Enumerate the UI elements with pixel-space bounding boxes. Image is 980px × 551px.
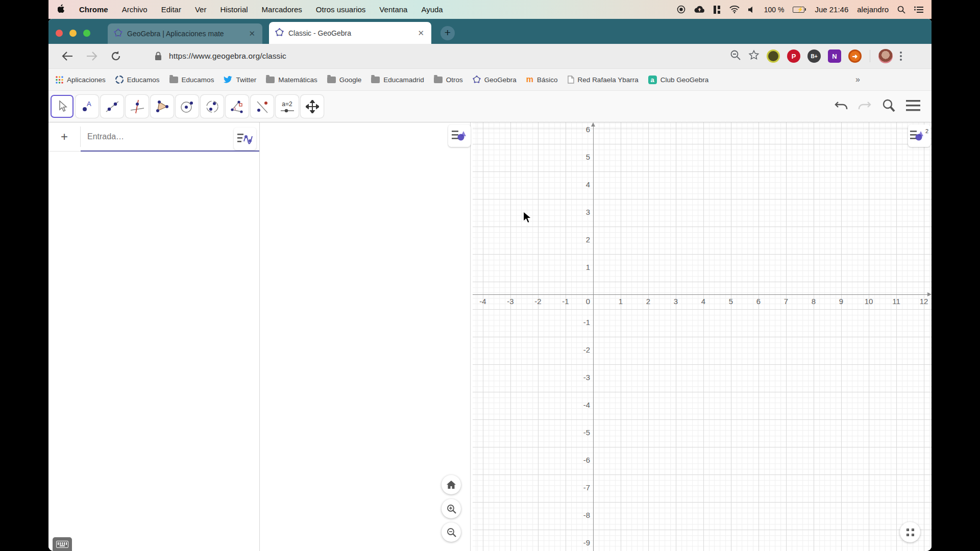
bookmark-twitter[interactable]: Twitter bbox=[224, 76, 256, 84]
graphics2-canvas[interactable]: -4-3-2-10123456789101112654321-1-2-3-4-5… bbox=[473, 122, 932, 551]
wifi-icon[interactable] bbox=[729, 6, 740, 13]
tool-circle-center-point[interactable] bbox=[176, 95, 199, 118]
menu-ventana[interactable]: Ventana bbox=[379, 5, 407, 14]
geogebra-favicon bbox=[275, 28, 284, 38]
menu-chrome[interactable]: Chrome bbox=[79, 5, 108, 14]
bookmark-red-rafaela-ybarra[interactable]: Red Rafaela Ybarra bbox=[568, 76, 639, 84]
search-icon[interactable] bbox=[881, 98, 896, 115]
profile-avatar[interactable] bbox=[878, 49, 893, 63]
menu-otros-usuarios[interactable]: Otros usuarios bbox=[316, 5, 366, 14]
zoom-in-button[interactable] bbox=[442, 499, 461, 518]
bookmark-aplicaciones[interactable]: Aplicaciones bbox=[56, 76, 106, 84]
minimize-window-button[interactable] bbox=[69, 30, 77, 37]
extension-pinterest-icon[interactable]: P bbox=[787, 49, 800, 63]
battery-percent: 100 % bbox=[764, 6, 785, 14]
zoom-indicator-icon[interactable] bbox=[730, 49, 741, 63]
apple-icon[interactable] bbox=[58, 4, 65, 15]
menu-archivo[interactable]: Archivo bbox=[122, 5, 148, 14]
menu-ayuda[interactable]: Ayuda bbox=[421, 5, 443, 14]
extension-onenote-icon[interactable]: N bbox=[828, 49, 841, 63]
forward-icon[interactable] bbox=[86, 52, 97, 61]
bookmark-club-geogebra[interactable]: a Club GeoGebra bbox=[648, 76, 709, 84]
tool-perpendicular-line[interactable] bbox=[126, 95, 149, 118]
extension-bitmoji-icon[interactable]: B+ bbox=[807, 49, 821, 63]
algebra-input[interactable] bbox=[81, 132, 235, 141]
tab-close-icon[interactable]: ✕ bbox=[416, 29, 425, 38]
fullscreen-button[interactable] bbox=[900, 522, 920, 542]
x-tick-label: 2 bbox=[646, 297, 650, 306]
tool-move-graphics-view[interactable] bbox=[301, 95, 324, 118]
tool-conic-points[interactable] bbox=[201, 95, 224, 118]
add-expression-button[interactable]: + bbox=[48, 130, 80, 144]
zoom-out-button[interactable] bbox=[442, 522, 461, 542]
url-omnibox[interactable] bbox=[169, 52, 455, 61]
y-axis bbox=[593, 125, 594, 551]
chrome-menu-icon[interactable] bbox=[900, 52, 902, 61]
bookmark-folder-educamos[interactable]: Educamos bbox=[169, 76, 214, 84]
menu-editar[interactable]: Editar bbox=[161, 5, 181, 14]
bookmark-educamos[interactable]: Educamos bbox=[115, 76, 160, 84]
x-tick-label: 0 bbox=[586, 297, 590, 306]
padlock-icon[interactable] bbox=[155, 52, 162, 61]
menu-historial[interactable]: Historial bbox=[220, 5, 248, 14]
geogebra-favicon bbox=[114, 29, 122, 39]
menu-ver[interactable]: Ver bbox=[195, 5, 207, 14]
virtual-keyboard-toggle[interactable] bbox=[53, 537, 72, 551]
tool-line[interactable] bbox=[101, 95, 124, 118]
bookmark-geogebra[interactable]: GeoGebra bbox=[473, 76, 517, 84]
reload-icon[interactable] bbox=[111, 51, 121, 61]
tool-polygon[interactable] bbox=[151, 95, 174, 118]
educamos-icon bbox=[115, 76, 124, 84]
bookmark-folder-educamadrid[interactable]: Educamadrid bbox=[371, 76, 424, 84]
x-tick-label: -4 bbox=[479, 297, 486, 306]
tab-close-icon[interactable]: ✕ bbox=[248, 29, 256, 38]
redo-icon[interactable] bbox=[858, 100, 871, 113]
graphics-stylebar-button[interactable] bbox=[448, 124, 471, 147]
x-axis-arrow bbox=[927, 292, 932, 296]
tab-geogebra-home[interactable]: GeoGebra | Aplicaciones mate ✕ bbox=[108, 23, 262, 44]
tab-classic-geogebra[interactable]: Classic - GeoGebra ✕ bbox=[269, 22, 431, 44]
y-tick-label: 6 bbox=[586, 125, 590, 134]
back-icon[interactable] bbox=[62, 52, 73, 61]
algebra-stylebar-button[interactable] bbox=[234, 128, 256, 150]
cloud-upload-icon[interactable] bbox=[694, 6, 705, 13]
menu-marcadores[interactable]: Marcadores bbox=[262, 5, 302, 14]
menubar-clock[interactable]: Jue 21:46 bbox=[815, 5, 848, 14]
tool-point[interactable]: A bbox=[76, 95, 99, 118]
main-menu-icon[interactable] bbox=[906, 100, 920, 113]
bookmark-star-icon[interactable] bbox=[748, 49, 760, 63]
tool-move[interactable] bbox=[51, 95, 74, 118]
bookmark-folder-google[interactable]: Google bbox=[327, 76, 362, 84]
tool-reflect[interactable] bbox=[251, 95, 274, 118]
graphics-view[interactable] bbox=[260, 122, 471, 551]
bookmark-basico[interactable]: m Básico bbox=[526, 75, 558, 84]
spotlight-search-icon[interactable] bbox=[897, 6, 905, 14]
extension-pocket-icon[interactable]: ➜ bbox=[848, 49, 862, 63]
graphics2-stylebar-button[interactable]: 2 bbox=[908, 124, 930, 147]
geogebra-panels: + bbox=[48, 122, 932, 551]
undo-icon[interactable] bbox=[835, 100, 848, 113]
tool-angle[interactable] bbox=[226, 95, 249, 118]
tab-title: GeoGebra | Aplicaciones mate bbox=[127, 30, 243, 38]
battery-icon[interactable]: ⚡ bbox=[793, 7, 806, 13]
bookmarks-bar: Aplicaciones Educamos Educamos Twitter M… bbox=[48, 69, 932, 91]
bookmark-folder-matematicas[interactable]: Matemáticas bbox=[266, 76, 317, 84]
menubar-user[interactable]: alejandro bbox=[857, 5, 889, 14]
close-window-button[interactable] bbox=[56, 30, 63, 37]
x-tick-label: -3 bbox=[507, 297, 513, 306]
home-button[interactable] bbox=[442, 475, 461, 494]
extension-zotero-icon[interactable] bbox=[767, 49, 780, 63]
y-tick-label: 2 bbox=[586, 235, 590, 244]
volume-icon[interactable] bbox=[748, 6, 755, 13]
tool-slider[interactable]: a=2 bbox=[276, 95, 299, 118]
bookmarks-overflow-chevron[interactable]: » bbox=[855, 75, 860, 84]
notification-center-icon[interactable] bbox=[914, 6, 923, 13]
x-tick-label: 3 bbox=[674, 297, 678, 306]
window-tiles-icon[interactable] bbox=[714, 6, 721, 14]
record-icon[interactable] bbox=[677, 5, 685, 14]
graphics-view-2[interactable]: -4-3-2-10123456789101112654321-1-2-3-4-5… bbox=[473, 122, 932, 551]
screen: Chrome Archivo Editar Ver Historial Marc… bbox=[48, 0, 932, 551]
new-tab-button[interactable]: + bbox=[440, 26, 455, 40]
bookmark-folder-otros[interactable]: Otros bbox=[434, 76, 463, 84]
zoom-window-button[interactable] bbox=[83, 30, 90, 37]
